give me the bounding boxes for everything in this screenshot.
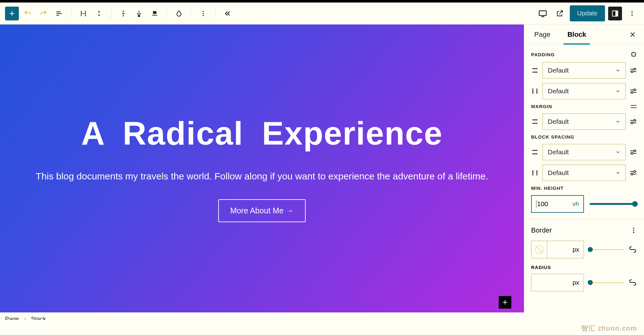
svg-rect-11 (632, 53, 636, 56)
padding-vertical-select[interactable]: Default (542, 62, 626, 79)
horizontal-sides-icon (531, 87, 539, 95)
svg-point-31 (631, 122, 633, 124)
cover-block[interactable]: A Radical Experience This blog documents… (0, 25, 524, 312)
border-width-input[interactable]: px (531, 241, 584, 258)
document-overview-button[interactable] (52, 7, 66, 20)
radius-label: RADIUS (531, 265, 637, 270)
custom-size-icon[interactable] (630, 87, 637, 95)
svg-point-17 (631, 71, 633, 73)
svg-point-29 (634, 119, 636, 121)
tab-page[interactable]: Page (530, 25, 554, 45)
min-height-label: MIN. HEIGHT (531, 185, 564, 191)
svg-point-43 (631, 173, 633, 175)
svg-point-23 (631, 91, 633, 93)
border-color-button[interactable] (531, 241, 547, 258)
vertical-sides-icon (531, 67, 539, 74)
radius-input[interactable]: px (531, 274, 584, 291)
block-spacing-vertical-select[interactable]: Default (542, 144, 626, 160)
block-breadcrumb: Page › Stack (0, 312, 524, 320)
margin-label: MARGIN (531, 104, 552, 109)
padding-label: PADDING (531, 52, 555, 57)
chevron-right-icon: › (24, 316, 26, 320)
svg-point-37 (631, 152, 633, 154)
close-sidebar-icon[interactable] (628, 30, 638, 40)
svg-point-46 (633, 232, 634, 233)
update-button[interactable]: Update (570, 5, 605, 21)
view-desktop-icon[interactable] (536, 7, 550, 20)
border-label: Border (531, 226, 552, 234)
redo-button[interactable] (36, 7, 50, 20)
svg-point-35 (634, 150, 636, 152)
padding-visualize-icon[interactable] (630, 51, 637, 58)
hero-subtitle[interactable]: This blog documents my travels the world… (36, 171, 488, 182)
border-options-icon[interactable] (630, 227, 637, 234)
breadcrumb-root[interactable]: Page (5, 316, 19, 320)
collapse-toolbar-icon[interactable] (220, 7, 234, 20)
svg-point-2 (203, 11, 204, 12)
svg-rect-7 (615, 11, 618, 16)
svg-rect-1 (152, 15, 157, 15)
add-block-button[interactable] (499, 296, 511, 309)
svg-point-10 (631, 15, 633, 16)
hero-cta-button[interactable]: More About Me → (218, 199, 305, 222)
svg-point-41 (634, 171, 636, 173)
tab-block[interactable]: Block (564, 25, 590, 45)
min-height-slider[interactable] (590, 203, 637, 205)
link-sides-icon[interactable] (628, 245, 637, 254)
custom-size-icon[interactable] (630, 148, 637, 156)
svg-point-45 (633, 230, 634, 231)
link-corners-icon[interactable] (628, 278, 637, 287)
margin-reset-icon[interactable] (630, 105, 637, 108)
block-spacing-label: BLOCK SPACING (531, 134, 575, 140)
watermark: 智汇 zhuon.com (581, 324, 637, 333)
custom-size-icon[interactable] (630, 67, 637, 74)
horizontal-sides-icon (531, 169, 539, 177)
editor-canvas: A Radical Experience This blog documents… (0, 25, 524, 320)
container-icon[interactable] (76, 7, 90, 20)
svg-point-15 (634, 68, 636, 70)
duotone-icon[interactable] (172, 7, 186, 20)
radius-slider[interactable] (588, 282, 624, 283)
block-inserter-button[interactable] (5, 7, 19, 20)
block-options-icon[interactable] (196, 7, 210, 20)
block-spacing-horizontal-select[interactable]: Default (542, 165, 626, 181)
svg-point-9 (631, 13, 633, 14)
min-height-unit[interactable]: vh (573, 200, 579, 207)
align-none-icon[interactable] (116, 7, 130, 20)
settings-sidebar: Page Block PADDING Default (524, 25, 644, 320)
custom-size-icon[interactable] (630, 169, 637, 177)
hero-heading[interactable]: A Radical Experience (81, 115, 443, 152)
min-height-value: 100 (537, 200, 548, 208)
margin-vertical-select[interactable]: Default (542, 113, 626, 130)
svg-point-21 (634, 89, 636, 91)
padding-horizontal-select[interactable]: Default (542, 83, 626, 99)
move-handle-icon[interactable] (92, 7, 106, 20)
settings-sidebar-toggle[interactable] (608, 7, 622, 20)
vertical-sides-icon (531, 118, 539, 125)
justify-icon[interactable] (148, 7, 162, 20)
border-width-slider[interactable] (588, 249, 624, 250)
editor-options-icon[interactable] (625, 7, 639, 20)
svg-point-4 (203, 15, 204, 16)
preview-external-icon[interactable] (553, 7, 567, 20)
svg-point-8 (631, 11, 633, 12)
svg-rect-0 (153, 11, 157, 14)
breadcrumb-leaf[interactable]: Stack (31, 316, 46, 320)
vertical-sides-icon (531, 148, 539, 156)
min-height-input[interactable]: 100 vh (531, 195, 584, 213)
radius-unit[interactable]: px (568, 279, 584, 286)
top-toolbar: Update (0, 3, 644, 25)
undo-button[interactable] (21, 7, 35, 20)
border-unit[interactable]: px (568, 246, 584, 253)
svg-point-44 (633, 228, 634, 229)
svg-rect-5 (539, 11, 546, 15)
svg-point-3 (203, 13, 204, 14)
vertical-align-icon[interactable] (132, 7, 146, 20)
chevron-down-icon (615, 68, 620, 73)
custom-size-icon[interactable] (630, 118, 637, 125)
